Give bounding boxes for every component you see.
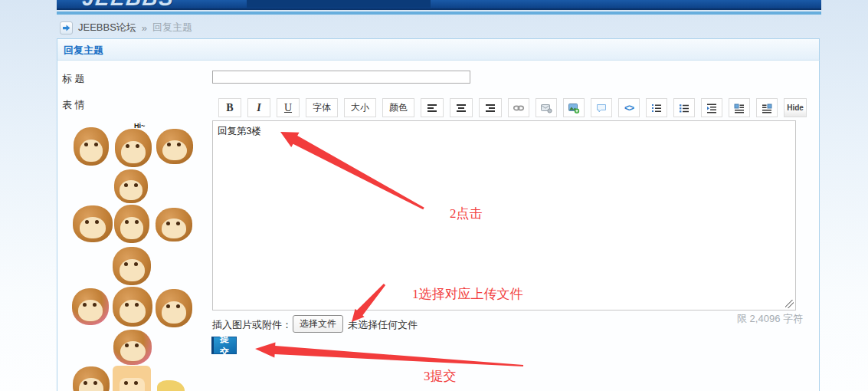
bold-button[interactable]: B [218,98,241,117]
choose-file-button[interactable]: 选择文件 [293,315,343,333]
emoticon-pig-face[interactable] [113,366,151,391]
title-label: 标 题 [62,72,85,86]
editor-content: 回复第3楼 [218,125,261,138]
annotation-step1: 1选择对应上传文件 [412,285,523,303]
emoticon-flower-girl[interactable] [72,288,109,325]
editor-toolbar: B I U 字体 大小 颜色 <> Hide [218,98,807,117]
emoticon-heart-eyes[interactable] [73,205,113,242]
align-right-icon[interactable] [479,98,502,117]
emoticon-brushing-teeth[interactable] [156,208,192,242]
emoticon-shocked[interactable] [114,169,148,203]
breadcrumb-link-forum[interactable]: JEEBBS论坛 [78,21,136,34]
header-accent-strip [57,12,821,15]
code-icon[interactable]: <> [618,98,640,117]
file-status-text: 未选择任何文件 [348,318,418,332]
hide-content-button[interactable]: Hide [784,98,807,117]
breadcrumb-current: 回复主题 [152,21,192,34]
emoticon-cool-sunglasses[interactable] [156,129,193,164]
emoticon-confused-phone[interactable] [156,289,192,327]
italic-button[interactable]: I [247,98,270,117]
site-logo[interactable]: JEEBBS [81,0,176,10]
email-link-icon[interactable] [536,98,557,117]
emoticon-sobbing[interactable] [114,205,149,243]
underline-button[interactable]: U [277,98,300,117]
annotation-step2: 2点击 [450,205,483,222]
emoticon-crying[interactable] [74,127,109,166]
breadcrumb-separator: » [142,22,147,34]
attach-label: 插入图片或附件： [212,318,292,332]
align-left-icon[interactable] [421,98,444,117]
panel-title: 回复主题 [64,44,103,58]
annotation-step3: 3提交 [424,367,457,385]
font-size-button[interactable]: 大小 [344,98,376,117]
bullet-list-icon[interactable] [673,98,695,117]
image-align-left-icon[interactable] [729,98,750,117]
emoticon-scooter[interactable] [113,330,152,365]
emoticon-label: 表 情 [62,98,85,112]
insert-image-icon[interactable] [563,98,585,117]
emoticon-hi-wave[interactable] [115,129,152,167]
submit-button[interactable]: 提 交 [211,337,237,354]
top-navigation-bar: JEEBBS [57,0,821,10]
panel-header: 回复主题 [57,38,820,61]
quote-icon[interactable] [591,98,612,117]
resize-handle[interactable] [785,300,794,308]
font-color-button[interactable]: 颜色 [382,98,414,117]
emoticon-sleepy[interactable] [73,366,110,391]
breadcrumb-arrow-icon [60,21,73,34]
emoticon-wink-grin[interactable] [113,247,151,285]
indent-icon[interactable] [701,98,722,117]
editor-textarea[interactable]: 回复第3楼 [212,120,796,310]
emoticon-shy[interactable] [113,287,152,327]
char-limit-text: 限 2,4096 字符 [659,312,803,326]
title-input[interactable] [212,71,470,84]
breadcrumb: JEEBBS论坛 » 回复主题 [60,21,192,34]
image-align-right-icon[interactable] [756,98,778,117]
link-icon[interactable] [508,98,529,117]
ordered-list-icon[interactable] [646,98,667,117]
nav-tab-sliver [247,0,431,8]
align-center-icon[interactable] [450,98,473,117]
font-family-button[interactable]: 字体 [306,98,338,117]
